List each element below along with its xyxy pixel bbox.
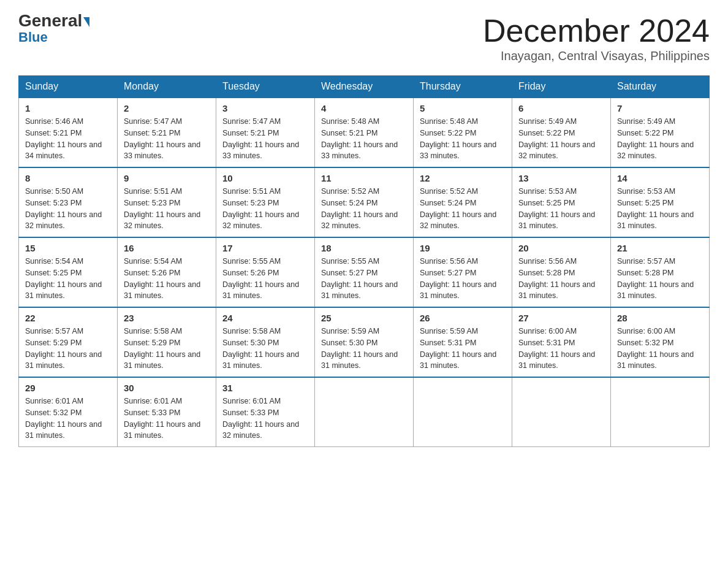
day-number: 11 xyxy=(321,173,407,183)
day-header-wednesday: Wednesday xyxy=(315,76,414,98)
calendar-cell: 20 Sunrise: 5:56 AMSunset: 5:28 PMDaylig… xyxy=(512,237,611,307)
day-info: Sunrise: 6:00 AMSunset: 5:31 PMDaylight:… xyxy=(518,327,595,370)
calendar-cell: 4 Sunrise: 5:48 AMSunset: 5:21 PMDayligh… xyxy=(315,98,414,167)
calendar-cell: 25 Sunrise: 5:59 AMSunset: 5:30 PMDaylig… xyxy=(315,307,414,377)
location-title: Inayagan, Central Visayas, Philippines xyxy=(483,49,710,63)
day-info: Sunrise: 5:57 AMSunset: 5:28 PMDaylight:… xyxy=(617,257,694,300)
calendar-cell: 5 Sunrise: 5:48 AMSunset: 5:22 PMDayligh… xyxy=(414,98,512,167)
day-number: 23 xyxy=(124,313,210,323)
day-number: 12 xyxy=(420,173,506,183)
calendar-cell: 2 Sunrise: 5:47 AMSunset: 5:21 PMDayligh… xyxy=(118,98,216,167)
logo-triangle-icon xyxy=(83,17,89,27)
day-number: 22 xyxy=(25,313,111,323)
day-number: 20 xyxy=(518,243,604,253)
calendar-header-row: SundayMondayTuesdayWednesdayThursdayFrid… xyxy=(19,76,710,98)
calendar-cell: 30 Sunrise: 6:01 AMSunset: 5:33 PMDaylig… xyxy=(118,377,216,447)
calendar-cell: 21 Sunrise: 5:57 AMSunset: 5:28 PMDaylig… xyxy=(611,237,710,307)
day-info: Sunrise: 5:54 AMSunset: 5:26 PMDaylight:… xyxy=(124,257,200,300)
day-number: 30 xyxy=(124,383,210,393)
calendar-cell xyxy=(315,377,414,447)
day-info: Sunrise: 5:58 AMSunset: 5:29 PMDaylight:… xyxy=(124,327,200,370)
day-info: Sunrise: 5:48 AMSunset: 5:22 PMDaylight:… xyxy=(420,117,496,160)
day-info: Sunrise: 5:55 AMSunset: 5:26 PMDaylight:… xyxy=(222,257,299,300)
logo-general: General xyxy=(18,12,89,29)
day-info: Sunrise: 5:47 AMSunset: 5:21 PMDaylight:… xyxy=(222,117,299,160)
day-number: 10 xyxy=(222,173,308,183)
day-info: Sunrise: 6:01 AMSunset: 5:33 PMDaylight:… xyxy=(222,397,299,440)
day-header-tuesday: Tuesday xyxy=(216,76,315,98)
day-info: Sunrise: 5:51 AMSunset: 5:23 PMDaylight:… xyxy=(222,187,299,230)
calendar-cell: 23 Sunrise: 5:58 AMSunset: 5:29 PMDaylig… xyxy=(118,307,216,377)
day-info: Sunrise: 5:49 AMSunset: 5:22 PMDaylight:… xyxy=(617,117,694,160)
calendar-cell: 16 Sunrise: 5:54 AMSunset: 5:26 PMDaylig… xyxy=(118,237,216,307)
day-info: Sunrise: 5:48 AMSunset: 5:21 PMDaylight:… xyxy=(321,117,398,160)
calendar-table: SundayMondayTuesdayWednesdayThursdayFrid… xyxy=(18,75,710,447)
day-number: 6 xyxy=(518,103,604,113)
week-row-4: 22 Sunrise: 5:57 AMSunset: 5:29 PMDaylig… xyxy=(19,307,710,377)
day-header-sunday: Sunday xyxy=(19,76,118,98)
calendar-cell xyxy=(512,377,611,447)
day-number: 15 xyxy=(25,243,111,253)
day-number: 21 xyxy=(617,243,703,253)
calendar-cell: 24 Sunrise: 5:58 AMSunset: 5:30 PMDaylig… xyxy=(216,307,315,377)
day-info: Sunrise: 5:55 AMSunset: 5:27 PMDaylight:… xyxy=(321,257,398,300)
day-info: Sunrise: 5:53 AMSunset: 5:25 PMDaylight:… xyxy=(617,187,694,230)
day-info: Sunrise: 5:52 AMSunset: 5:24 PMDaylight:… xyxy=(321,187,398,230)
calendar-cell: 26 Sunrise: 5:59 AMSunset: 5:31 PMDaylig… xyxy=(414,307,512,377)
calendar-cell: 22 Sunrise: 5:57 AMSunset: 5:29 PMDaylig… xyxy=(19,307,118,377)
calendar-cell: 6 Sunrise: 5:49 AMSunset: 5:22 PMDayligh… xyxy=(512,98,611,167)
week-row-1: 1 Sunrise: 5:46 AMSunset: 5:21 PMDayligh… xyxy=(19,98,710,167)
day-info: Sunrise: 5:59 AMSunset: 5:30 PMDaylight:… xyxy=(321,327,398,370)
day-number: 1 xyxy=(25,103,111,113)
calendar-cell: 9 Sunrise: 5:51 AMSunset: 5:23 PMDayligh… xyxy=(118,167,216,237)
day-info: Sunrise: 5:56 AMSunset: 5:28 PMDaylight:… xyxy=(518,257,595,300)
calendar-cell: 28 Sunrise: 6:00 AMSunset: 5:32 PMDaylig… xyxy=(611,307,710,377)
calendar-cell: 7 Sunrise: 5:49 AMSunset: 5:22 PMDayligh… xyxy=(611,98,710,167)
day-number: 26 xyxy=(420,313,506,323)
day-number: 14 xyxy=(617,173,703,183)
day-info: Sunrise: 5:47 AMSunset: 5:21 PMDaylight:… xyxy=(124,117,200,160)
day-info: Sunrise: 5:56 AMSunset: 5:27 PMDaylight:… xyxy=(420,257,496,300)
day-info: Sunrise: 6:01 AMSunset: 5:33 PMDaylight:… xyxy=(124,397,200,440)
day-info: Sunrise: 5:50 AMSunset: 5:23 PMDaylight:… xyxy=(25,187,102,230)
day-info: Sunrise: 5:59 AMSunset: 5:31 PMDaylight:… xyxy=(420,327,496,370)
day-info: Sunrise: 5:58 AMSunset: 5:30 PMDaylight:… xyxy=(222,327,299,370)
day-info: Sunrise: 5:54 AMSunset: 5:25 PMDaylight:… xyxy=(25,257,102,300)
day-info: Sunrise: 5:49 AMSunset: 5:22 PMDaylight:… xyxy=(518,117,595,160)
day-number: 17 xyxy=(222,243,308,253)
day-number: 5 xyxy=(420,103,506,113)
day-number: 31 xyxy=(222,383,308,393)
day-number: 16 xyxy=(124,243,210,253)
logo-blue: Blue xyxy=(18,29,48,45)
calendar-cell: 19 Sunrise: 5:56 AMSunset: 5:27 PMDaylig… xyxy=(414,237,512,307)
day-number: 19 xyxy=(420,243,506,253)
day-info: Sunrise: 6:01 AMSunset: 5:32 PMDaylight:… xyxy=(25,397,102,440)
calendar-cell xyxy=(611,377,710,447)
day-number: 28 xyxy=(617,313,703,323)
day-number: 27 xyxy=(518,313,604,323)
day-number: 13 xyxy=(518,173,604,183)
week-row-3: 15 Sunrise: 5:54 AMSunset: 5:25 PMDaylig… xyxy=(19,237,710,307)
calendar-cell: 1 Sunrise: 5:46 AMSunset: 5:21 PMDayligh… xyxy=(19,98,118,167)
day-info: Sunrise: 5:57 AMSunset: 5:29 PMDaylight:… xyxy=(25,327,102,370)
calendar-cell: 8 Sunrise: 5:50 AMSunset: 5:23 PMDayligh… xyxy=(19,167,118,237)
calendar-cell: 15 Sunrise: 5:54 AMSunset: 5:25 PMDaylig… xyxy=(19,237,118,307)
day-number: 9 xyxy=(124,173,210,183)
calendar-cell: 18 Sunrise: 5:55 AMSunset: 5:27 PMDaylig… xyxy=(315,237,414,307)
day-header-monday: Monday xyxy=(118,76,216,98)
calendar-cell: 10 Sunrise: 5:51 AMSunset: 5:23 PMDaylig… xyxy=(216,167,315,237)
day-info: Sunrise: 5:52 AMSunset: 5:24 PMDaylight:… xyxy=(420,187,496,230)
day-info: Sunrise: 6:00 AMSunset: 5:32 PMDaylight:… xyxy=(617,327,694,370)
calendar-cell: 12 Sunrise: 5:52 AMSunset: 5:24 PMDaylig… xyxy=(414,167,512,237)
day-number: 8 xyxy=(25,173,111,183)
calendar-cell: 31 Sunrise: 6:01 AMSunset: 5:33 PMDaylig… xyxy=(216,377,315,447)
day-number: 29 xyxy=(25,383,111,393)
calendar-cell: 17 Sunrise: 5:55 AMSunset: 5:26 PMDaylig… xyxy=(216,237,315,307)
logo: General Blue xyxy=(18,12,89,45)
calendar-cell: 14 Sunrise: 5:53 AMSunset: 5:25 PMDaylig… xyxy=(611,167,710,237)
day-number: 4 xyxy=(321,103,407,113)
calendar-cell: 29 Sunrise: 6:01 AMSunset: 5:32 PMDaylig… xyxy=(19,377,118,447)
calendar-cell: 27 Sunrise: 6:00 AMSunset: 5:31 PMDaylig… xyxy=(512,307,611,377)
day-number: 7 xyxy=(617,103,703,113)
calendar-cell: 3 Sunrise: 5:47 AMSunset: 5:21 PMDayligh… xyxy=(216,98,315,167)
